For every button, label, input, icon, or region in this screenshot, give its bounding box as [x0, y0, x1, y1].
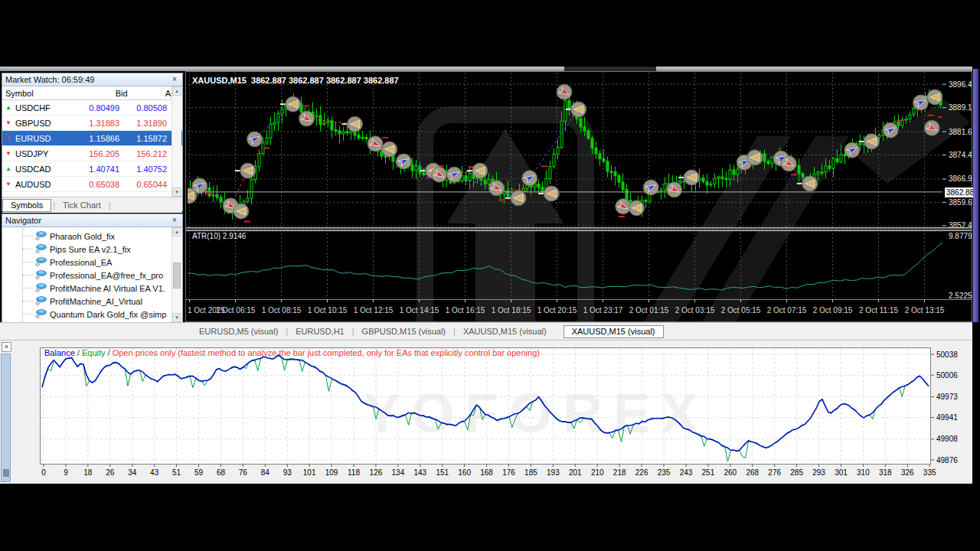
svg-text:49973: 49973 [936, 393, 958, 401]
svg-text:3874.400: 3874.400 [949, 151, 972, 159]
svg-text:335: 335 [923, 468, 936, 477]
navigator-scrollbar[interactable]: ▲ ▼ [172, 227, 181, 322]
tester-close-button[interactable]: × [2, 342, 11, 352]
market-watch-rows: ▲USDCHF0.804990.80508▼GBPUSD1.318831.318… [2, 100, 182, 197]
chart-tab-active[interactable]: XAUUSD,M15 (visual) [564, 325, 664, 338]
navigator-item-label: Professional_EA@free_fx_pro [50, 271, 163, 280]
navigator-item-label: Pips Sure EA v2.1_fix [50, 245, 131, 254]
navigator-item[interactable]: ProfitMachine_AI_Virtual [2, 295, 182, 308]
svg-text:59: 59 [194, 468, 204, 477]
indicator-label: ATR(10) 2.9146 [192, 232, 246, 240]
navigator-item[interactable]: Pharaoh Gold_fix [2, 230, 182, 243]
svg-text:93: 93 [283, 468, 292, 477]
tree-connector [22, 314, 33, 315]
tree-guide-line [22, 227, 24, 322]
tab-separator: | [452, 327, 457, 336]
svg-text:326: 326 [901, 468, 914, 477]
scroll-thumb[interactable] [173, 262, 181, 289]
svg-text:9.8779: 9.8779 [949, 232, 972, 240]
navigator-item[interactable]: ProfitMachine AI Virtual EA V1. [2, 282, 182, 295]
chart-tab[interactable]: XAUUSD,M15 (visual) [457, 326, 553, 337]
market-watch-header[interactable]: Symbol Bid Ask [2, 86, 182, 100]
expert-advisor-icon [34, 282, 47, 294]
ask-value: 1.40752 [123, 165, 171, 174]
mt4-application: 3896.4003889.1403881.6603874.4003866.920… [0, 0, 980, 551]
scroll-up-icon[interactable]: ▲ [172, 227, 181, 236]
expert-advisor-icon [34, 230, 47, 242]
svg-text:176: 176 [502, 468, 515, 477]
expert-advisor-icon [34, 308, 47, 320]
market-watch-row[interactable]: ▲USDCHF0.804990.80508 [2, 100, 182, 116]
svg-text:51: 51 [172, 468, 181, 477]
tester-x-axis: 0918263443515968768493101109118126134143… [41, 465, 936, 477]
bid-value: 0.65038 [76, 180, 123, 189]
expert-advisor-icon [34, 295, 47, 307]
scroll-down-icon[interactable]: ▼ [172, 187, 181, 197]
market-watch-scrollbar[interactable]: ▲ ▼ [172, 86, 181, 197]
tree-connector [22, 301, 33, 302]
market-watch-row[interactable]: ▼EURUSD1.158661.15872 [2, 131, 182, 146]
column-symbol[interactable]: Symbol [2, 89, 79, 98]
svg-text:1 Oct 12:15: 1 Oct 12:15 [354, 306, 394, 315]
window-edge-strip [973, 69, 978, 322]
svg-text:2 Oct 09:15: 2 Oct 09:15 [813, 306, 853, 315]
tester-graph[interactable]: YOFOREX500385000649973499414990849876091… [31, 344, 972, 484]
svg-text:210: 210 [591, 468, 604, 477]
tab-separator: | [351, 327, 356, 336]
column-bid[interactable]: Bid [79, 89, 130, 98]
navigator-item[interactable]: Professional_EA [2, 256, 182, 269]
svg-text:285: 285 [790, 468, 803, 477]
navigator-item[interactable]: Quantum Dark Gold_fix @simp [2, 308, 182, 321]
svg-text:2.5225: 2.5225 [949, 292, 972, 300]
close-icon[interactable]: × [170, 216, 179, 225]
chart-tab[interactable]: EURUSD,H1 [289, 326, 351, 337]
navigator-item-label: ProfitMachine_AI_Virtual [50, 297, 142, 306]
market-watch-row[interactable]: ▼USDJPY156.205156.212 [2, 146, 182, 161]
tester-side-strip[interactable] [1, 354, 11, 482]
tester-y-axis: 500385000649973499414990849876 [931, 350, 958, 465]
svg-text:1 Oct 18:15: 1 Oct 18:15 [492, 306, 531, 315]
up-arrow-icon: ▲ [5, 165, 12, 172]
svg-text:310: 310 [857, 468, 870, 477]
market-watch-titlebar[interactable]: Market Watch: 06:59:49 × [2, 73, 182, 86]
tree-connector [22, 262, 33, 262]
price-chart[interactable]: 3896.4003889.1403881.6603874.4003866.920… [186, 72, 972, 321]
svg-text:1 Oct 23:17: 1 Oct 23:17 [583, 306, 623, 315]
legend-equity: Equity [82, 348, 106, 357]
svg-text:1 Oct 10:15: 1 Oct 10:15 [308, 306, 348, 315]
market-watch-row[interactable]: ▼AUDUSD0.650380.65044 [2, 177, 182, 192]
bid-value: 1.40741 [76, 165, 123, 174]
scroll-up-icon[interactable]: ▲ [172, 86, 181, 96]
expert-advisor-icon [34, 256, 47, 268]
tab-tick-chart[interactable]: Tick Chart [57, 200, 107, 210]
market-watch-row[interactable]: ▲USDCAD1.407411.40752 [2, 161, 182, 177]
tab-separator: | [107, 201, 113, 210]
scroll-down-icon[interactable]: ▼ [172, 313, 181, 322]
navigator-item[interactable]: Professional_EA@free_fx_pro [2, 269, 182, 282]
chart-header: XAUUSD,M15 3862.887 3862.887 3862.887 38… [192, 76, 399, 85]
navigator-titlebar[interactable]: Navigator × [2, 214, 182, 227]
chart-tab[interactable]: EURUSD,M5 (visual) [193, 326, 284, 337]
svg-text:2 Oct 11:15: 2 Oct 11:15 [859, 306, 898, 315]
close-icon[interactable]: × [170, 75, 179, 84]
tree-connector [22, 236, 33, 236]
svg-text:118: 118 [348, 468, 360, 477]
svg-text:3896.400: 3896.400 [949, 80, 972, 89]
tab-symbols[interactable]: Symbols [2, 199, 51, 212]
symbol-label: GBPUSD [15, 119, 51, 128]
market-watch-row[interactable]: ▼EURGBP0.878500.87860 [2, 192, 182, 197]
down-arrow-icon: ▼ [5, 119, 12, 126]
bid-value: 0.87850 [76, 195, 123, 197]
chart-tab[interactable]: GBPUSD,M15 (visual) [356, 326, 452, 337]
svg-text:109: 109 [325, 468, 338, 477]
pane-separator [186, 228, 972, 231]
svg-text:126: 126 [370, 468, 383, 477]
svg-text:50006: 50006 [936, 371, 958, 380]
svg-text:301: 301 [835, 468, 848, 477]
svg-text:43: 43 [150, 468, 159, 477]
navigator-item[interactable]: Pips Sure EA v2.1_fix [2, 243, 182, 256]
chart-tab-strip: EURUSD,M5 (visual)|EURUSD,H1|GBPUSD,M15 … [0, 322, 972, 341]
svg-text:2 Oct 03:15: 2 Oct 03:15 [675, 306, 715, 315]
market-watch-row[interactable]: ▼GBPUSD1.318831.31890 [2, 116, 182, 131]
svg-text:293: 293 [812, 468, 825, 477]
